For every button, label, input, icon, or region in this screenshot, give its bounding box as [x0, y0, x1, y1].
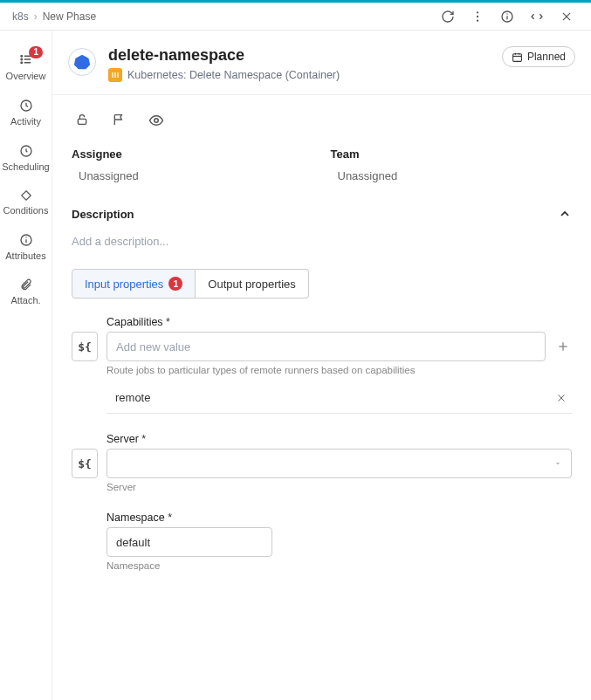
- more-icon[interactable]: [465, 4, 490, 29]
- sidebar-item-scheduling[interactable]: Scheduling: [0, 144, 52, 172]
- tab-badge: 1: [168, 277, 182, 291]
- svg-rect-27: [78, 119, 86, 124]
- sidebar-item-overview[interactable]: 1 Overview: [0, 51, 52, 81]
- eye-icon[interactable]: [148, 113, 164, 128]
- info-outline-icon: [19, 233, 33, 247]
- property-tabs: Input properties 1 Output properties: [72, 269, 572, 299]
- capabilities-input[interactable]: [107, 332, 546, 361]
- sidebar-item-label: Overview: [6, 71, 46, 81]
- svg-point-2: [477, 19, 478, 21]
- tab-label: Output properties: [208, 278, 295, 291]
- assignee-label: Assignee: [72, 148, 313, 161]
- page-title: delete-namespace: [108, 46, 502, 65]
- namespace-input[interactable]: [107, 527, 272, 557]
- svg-rect-23: [513, 53, 522, 61]
- server-select[interactable]: [107, 449, 572, 478]
- breadcrumb-separator: ›: [34, 10, 38, 23]
- sidebar-item-conditions[interactable]: Conditions: [0, 189, 52, 216]
- team-value: Unassigned: [331, 169, 573, 182]
- namespace-help: Namespace: [107, 560, 572, 571]
- server-help: Server: [107, 482, 572, 492]
- status-label: Planned: [527, 51, 566, 63]
- breadcrumb: k8s › New Phase: [12, 10, 96, 23]
- main-panel: delete-namespace Kubernetes: Delete Name…: [52, 31, 591, 700]
- sidebar-item-label: Activity: [10, 116, 41, 127]
- breadcrumb-root[interactable]: k8s: [12, 10, 29, 23]
- expand-icon[interactable]: [525, 4, 549, 29]
- svg-marker-19: [74, 55, 90, 70]
- field-server: ${ Server Server: [72, 433, 572, 492]
- sidebar-item-activity[interactable]: Activity: [0, 99, 52, 127]
- variable-button[interactable]: ${: [72, 332, 98, 361]
- sidebar-item-attributes[interactable]: Attributes: [0, 233, 52, 261]
- description-header[interactable]: Description: [72, 207, 572, 221]
- field-capabilities: ${ Capabilities Route jobs to particular…: [72, 316, 572, 414]
- container-icon: [108, 68, 122, 82]
- chevron-up-icon: [558, 207, 572, 221]
- breadcrumb-current: New Phase: [43, 10, 96, 23]
- svg-point-1: [477, 15, 478, 17]
- assignee-block[interactable]: Assignee Unassigned: [72, 148, 313, 182]
- page-header: delete-namespace Kubernetes: Delete Name…: [52, 31, 591, 95]
- close-icon[interactable]: [554, 4, 579, 29]
- calendar-icon: [512, 51, 523, 63]
- server-label: Server: [107, 433, 572, 445]
- sidebar-item-label: Conditions: [3, 205, 49, 216]
- paperclip-icon: [19, 278, 32, 292]
- sidebar-item-label: Attributes: [5, 250, 45, 261]
- capabilities-label: Capabilities: [107, 316, 572, 328]
- variable-button[interactable]: ${: [72, 449, 98, 478]
- clock-icon: [19, 99, 33, 113]
- capability-value-row: remote: [107, 382, 572, 414]
- team-block[interactable]: Team Unassigned: [331, 148, 573, 182]
- assignee-value: Unassigned: [72, 169, 313, 182]
- svg-point-12: [21, 62, 23, 64]
- sidebar-item-attach[interactable]: Attach.: [0, 278, 52, 305]
- capabilities-help: Route jobs to particular types of remote…: [107, 365, 572, 375]
- add-value-button[interactable]: [554, 338, 572, 355]
- info-icon[interactable]: [495, 4, 519, 29]
- team-label: Team: [331, 148, 573, 161]
- svg-point-0: [477, 11, 478, 13]
- refresh-icon[interactable]: [436, 4, 460, 29]
- tab-label: Input properties: [85, 278, 163, 291]
- tab-input-properties[interactable]: Input properties 1: [72, 269, 196, 299]
- sidebar-item-label: Attach.: [10, 295, 40, 305]
- svg-point-5: [506, 13, 507, 14]
- status-chip[interactable]: Planned: [502, 46, 575, 67]
- sidebar: 1 Overview Activity Scheduling Condition…: [0, 31, 52, 700]
- svg-point-10: [21, 58, 23, 60]
- capability-value: remote: [115, 391, 150, 404]
- svg-point-18: [25, 237, 26, 237]
- tab-output-properties[interactable]: Output properties: [196, 269, 308, 299]
- overview-badge: 1: [29, 46, 43, 58]
- kubernetes-logo-icon: [68, 48, 96, 76]
- field-namespace: Namespace Namespace: [72, 511, 572, 571]
- sidebar-item-label: Scheduling: [2, 161, 49, 172]
- page-subtitle: Kubernetes: Delete Namespace (Container): [127, 69, 340, 81]
- remove-value-icon[interactable]: [556, 393, 567, 403]
- topbar: k8s › New Phase: [0, 3, 591, 31]
- caret-down-icon: [553, 459, 562, 468]
- description-input[interactable]: Add a description...: [72, 230, 572, 269]
- lock-icon[interactable]: [75, 113, 89, 128]
- diamond-icon: [20, 189, 32, 202]
- namespace-label: Namespace: [107, 511, 572, 524]
- description-label: Description: [72, 208, 134, 221]
- flag-icon[interactable]: [112, 113, 126, 128]
- svg-point-28: [155, 119, 159, 123]
- clock-outline-icon: [19, 144, 33, 158]
- svg-point-8: [21, 56, 23, 58]
